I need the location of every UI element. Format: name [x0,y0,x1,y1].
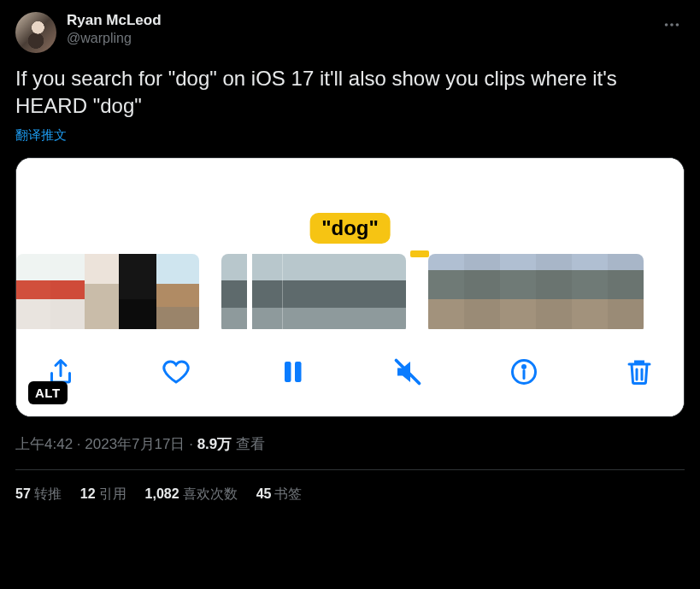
playhead[interactable] [247,254,252,334]
tweet-container: Ryan McLeod @warpling If you search for … [0,0,700,515]
clip-frame [500,254,536,329]
retweets-stat[interactable]: 57转推 [15,486,62,504]
likes-stat[interactable]: 1,082喜欢次数 [145,486,238,504]
views-count[interactable]: 8.9万 [197,436,232,452]
clip-frame [428,254,464,329]
stats-row: 57转推 12引用 1,082喜欢次数 45书签 [15,470,685,504]
clip-frame [464,254,500,329]
tweet-text: If you search for "dog" on iOS 17 it'll … [15,65,685,121]
search-match-badge: "dog" [309,213,391,244]
clip-frame [85,254,119,329]
likes-label: 喜欢次数 [183,486,238,501]
heart-icon [161,356,191,387]
trash-icon [624,356,655,387]
retweets-count: 57 [15,486,31,501]
avatar[interactable] [15,12,56,53]
likes-count: 1,082 [145,486,179,501]
quotes-count: 12 [80,486,96,501]
views-label: 查看 [236,436,265,452]
more-button[interactable] [659,12,685,41]
svg-point-1 [670,23,674,27]
media-preview-area: "dog" [16,158,684,245]
clip-frame [156,254,199,329]
tweet-header: Ryan McLeod @warpling [15,12,685,53]
quotes-stat[interactable]: 12引用 [80,486,126,504]
mute-icon [392,356,423,387]
svg-point-7 [522,365,525,368]
info-button[interactable] [509,356,539,387]
delete-button[interactable] [624,356,655,387]
svg-point-2 [676,23,679,27]
bookmarks-label: 书签 [274,486,302,501]
svg-rect-3 [285,362,291,382]
retweets-label: 转推 [34,486,62,501]
clip-group-active[interactable] [221,254,406,334]
pause-icon [277,356,308,387]
like-button[interactable] [161,356,191,387]
clip-frame [572,254,608,329]
clip-frame [344,254,406,329]
tweet-date[interactable]: 2023年7月17日 [85,436,185,452]
more-icon [662,15,681,34]
video-timeline[interactable] [16,245,684,339]
author-handle: @warpling [67,31,649,46]
quotes-label: 引用 [99,486,126,501]
alt-badge[interactable]: ALT [28,381,68,404]
clip-frame [221,254,283,329]
info-icon [509,356,539,387]
clip-frame [50,254,85,329]
svg-point-0 [665,23,668,27]
tweet-meta: 上午4:42 · 2023年7月17日 · 8.9万 查看 [15,434,685,454]
clip-frame [119,254,156,329]
timeline-marker [410,250,429,257]
svg-rect-4 [295,362,302,382]
mute-button[interactable] [392,356,423,387]
bookmarks-stat[interactable]: 45书签 [256,486,303,504]
tweet-time[interactable]: 上午4:42 [15,436,73,452]
clip-frame [283,254,344,329]
display-name: Ryan McLeod [67,12,649,29]
clip-group[interactable] [428,254,644,334]
clip-frame [608,254,644,329]
author-block[interactable]: Ryan McLeod @warpling [67,12,649,46]
translate-link[interactable]: 翻译推文 [15,127,685,144]
media-card[interactable]: "dog" [15,157,685,417]
clip-frame [16,254,50,329]
pause-button[interactable] [277,356,308,387]
clip-group[interactable] [16,254,199,334]
media-toolbar [16,339,684,416]
clip-frame [536,254,572,329]
bookmarks-count: 45 [256,486,272,501]
